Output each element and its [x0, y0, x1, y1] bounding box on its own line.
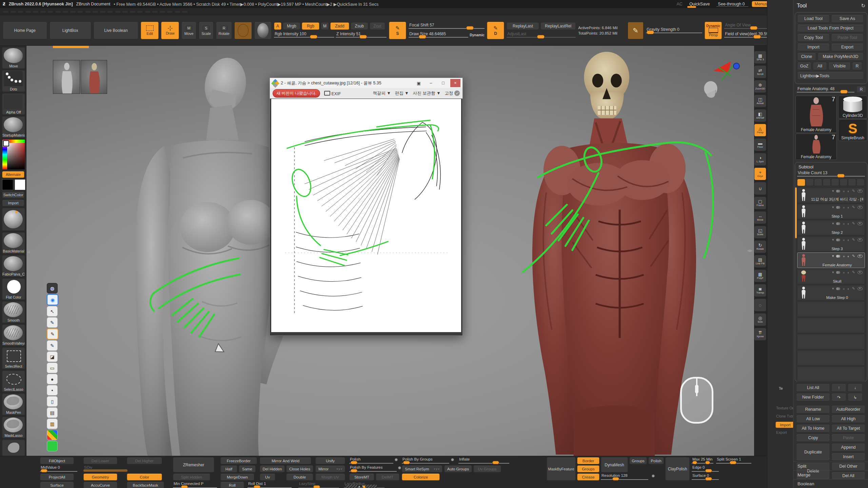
- anno-tool-button[interactable]: [47, 430, 58, 440]
- remesh-arrow-icon[interactable]: ▾: [832, 205, 834, 209]
- alpha-picker-button[interactable]: [254, 22, 272, 39]
- polypaint-icon[interactable]: ✎: [852, 205, 855, 209]
- auto-groups-button[interactable]: Auto Groups: [444, 465, 472, 472]
- photo-viewer-titlebar[interactable]: 2 - 쇄골, 가슴 > chest_cutaway.jpg [12/16] -…: [270, 78, 462, 88]
- intersect-icon[interactable]: ◐: [847, 205, 850, 209]
- home-page-button[interactable]: Home Page: [3, 22, 47, 39]
- intersect-icon[interactable]: ◐: [847, 254, 850, 258]
- remesh-arrow-icon[interactable]: ▾: [832, 238, 834, 242]
- pv-fullscreen-button[interactable]: ▣: [414, 79, 424, 87]
- empty-subtool-row[interactable]: [797, 334, 865, 349]
- gravity-strength-slider[interactable]: Gravity Strength 0: [646, 27, 702, 34]
- inflate-slider[interactable]: Inflate: [458, 457, 509, 464]
- brush-thumbnail[interactable]: Dots: [2, 70, 25, 92]
- duplicate-button[interactable]: Duplicate: [796, 443, 830, 461]
- material-brush-thumbnail[interactable]: MaskLasso: [2, 416, 25, 438]
- anno-tool-button[interactable]: ◍: [47, 283, 58, 293]
- paste-tool-button[interactable]: Paste Tool: [831, 34, 864, 42]
- mirror-button[interactable]: Mirrorx y z: [315, 465, 345, 472]
- anno-tool-button[interactable]: ▭: [47, 363, 58, 373]
- right-shelf-button[interactable]: ↔ Move: [754, 211, 766, 224]
- polish-by-groups-slider[interactable]: Polish By Groups: [402, 457, 449, 464]
- project-all-button[interactable]: ProjectAll: [40, 473, 74, 481]
- import-button[interactable]: Import: [797, 43, 830, 51]
- right-shelf-button[interactable]: ◫ Actual: [754, 95, 766, 107]
- polish-slider[interactable]: Polish: [349, 457, 393, 464]
- lightbox-tools-button[interactable]: Lightbox▶Tools: [797, 72, 864, 80]
- list-all-button[interactable]: List All: [796, 384, 830, 392]
- anno-tool-button[interactable]: •: [47, 385, 58, 395]
- color-button[interactable]: Color: [127, 473, 162, 481]
- anno-tool-button[interactable]: ▯: [47, 396, 58, 407]
- clone-button[interactable]: Clone: [797, 53, 816, 61]
- subtool-item[interactable]: ▾ ● ◐ ✎ Female Anatomy: [797, 252, 865, 268]
- texture-import-button[interactable]: Import: [775, 422, 795, 428]
- copy-tool-button[interactable]: Copy Tool: [797, 34, 830, 42]
- polish-by-groups-dot[interactable]: [451, 458, 454, 461]
- menu-item[interactable]: [130, 11, 136, 13]
- close-holes-button[interactable]: Close Holes: [286, 465, 313, 472]
- store-mt-button[interactable]: StoreMT: [349, 473, 374, 481]
- focal-shift-icon-button[interactable]: ✎ S: [389, 22, 406, 39]
- right-shelf-button[interactable]: ⇄ Scroll: [754, 65, 766, 78]
- del-hidden-button[interactable]: Del Hidden: [260, 465, 285, 472]
- menu-item[interactable]: [40, 11, 46, 13]
- fill-object-button[interactable]: FillObject: [40, 457, 74, 464]
- move-out-button[interactable]: ↷: [831, 393, 846, 401]
- right-shelf-button[interactable]: ◬ Persp: [754, 124, 766, 137]
- morph-uv-button[interactable]: Morph UV: [315, 473, 345, 481]
- menu-item[interactable]: [137, 11, 143, 13]
- split-section[interactable]: Split: [793, 462, 868, 470]
- menu-item[interactable]: [92, 11, 98, 13]
- right-shelf-button[interactable]: + Gxyz: [754, 167, 766, 180]
- right-shelf-button[interactable]: ◙ Transp: [754, 284, 766, 297]
- menu-item[interactable]: [55, 11, 61, 13]
- mask-by-feature-button[interactable]: MaskByFeature: [547, 457, 576, 481]
- subtool-item[interactable]: ▾ ● ◐ ✎ Step 1: [797, 204, 865, 219]
- anno-tool-button[interactable]: ▤: [47, 407, 58, 418]
- quicksave-button[interactable]: QuickSave: [686, 2, 713, 6]
- version-tab[interactable]: [814, 179, 822, 186]
- simplebrush-thumbnail[interactable]: S SimpleBrush: [838, 119, 867, 141]
- second-tool-thumbnail[interactable]: 7 Female Anatomy: [795, 134, 837, 160]
- subtool-item[interactable]: ▾ ● ◐ ✎ Skull: [797, 269, 865, 284]
- menu-item[interactable]: [33, 11, 39, 13]
- freeze-border-button[interactable]: FreezeBorder: [220, 457, 257, 464]
- union-icon[interactable]: [836, 287, 840, 291]
- menu-item[interactable]: [182, 11, 188, 13]
- all-high-button[interactable]: All High: [831, 415, 865, 423]
- anno-tool-button[interactable]: ●: [47, 374, 58, 384]
- zadd-button[interactable]: Zadd: [330, 22, 349, 30]
- groups-button[interactable]: Groups: [577, 465, 599, 472]
- smart-resym-button[interactable]: Smart ReSymx y z: [402, 465, 442, 472]
- double-button[interactable]: Double: [286, 473, 313, 481]
- edge-slider[interactable]: Edge 0: [692, 465, 719, 472]
- menu-item[interactable]: [18, 11, 24, 13]
- live-boolean-button[interactable]: Live Boolean: [94, 22, 138, 39]
- alternate-button[interactable]: Alternate: [2, 171, 24, 178]
- right-shelf-button[interactable]: ◎ Solo: [754, 313, 766, 326]
- bookmark-menu[interactable]: 책갈피 ▼: [373, 90, 391, 96]
- sdiv-slider[interactable]: SDiv: [83, 465, 127, 472]
- menu-item[interactable]: [62, 11, 68, 13]
- split-screen-slider[interactable]: Split Screen 1: [716, 457, 751, 464]
- del-mt-button[interactable]: DelMT: [376, 473, 399, 481]
- intersect-icon[interactable]: ◐: [847, 270, 850, 274]
- exif-button[interactable]: EXIF: [324, 90, 341, 96]
- clay-polish-button[interactable]: ClayPolish: [665, 457, 690, 481]
- rgb-button[interactable]: Rgb: [302, 22, 319, 30]
- draw-size-slider[interactable]: Draw Size 48.64685: [409, 31, 468, 39]
- menu-item[interactable]: [159, 11, 165, 13]
- zcut-button[interactable]: Zcut: [370, 22, 385, 30]
- scroll-down-icon[interactable]: ▼: [361, 485, 364, 488]
- stroke-picker-button[interactable]: [234, 22, 252, 39]
- z-intensity-slider[interactable]: Z Intensity 51: [336, 31, 387, 39]
- uv-button[interactable]: Uv: [260, 473, 275, 481]
- anno-tool-button[interactable]: ◉: [47, 294, 58, 305]
- anno-tool-button[interactable]: ↖: [47, 306, 58, 317]
- intersect-icon[interactable]: ◐: [847, 189, 850, 193]
- material-brush-thumbnail[interactable]: SelectLasso: [2, 370, 25, 392]
- right-shelf-button[interactable]: ◑ L.Sym: [754, 153, 766, 166]
- pv-maximize-button[interactable]: □: [438, 79, 448, 87]
- union-icon[interactable]: [836, 205, 840, 209]
